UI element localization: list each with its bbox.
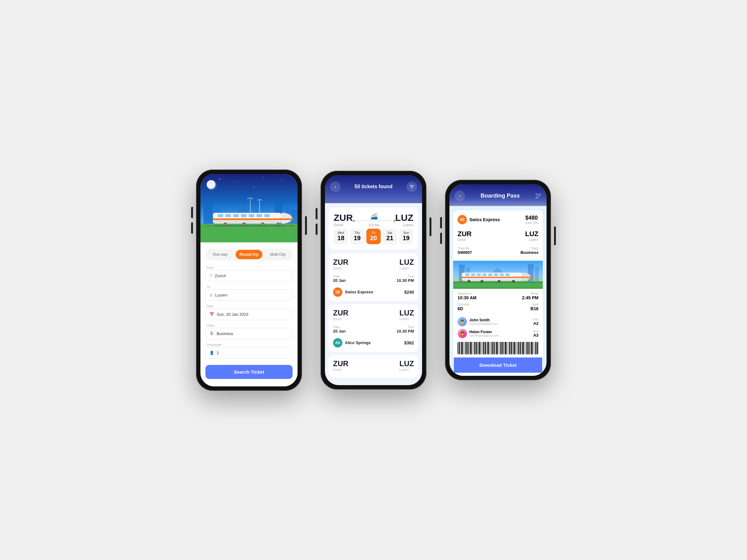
ticket-card-1[interactable]: ZUR Zurich LUZ Luzern Date 20 Jan [329, 254, 418, 301]
phone-2: ‹ 50 tickets found [320, 171, 427, 390]
t1-price: $240 [404, 290, 414, 295]
search-form: One way Round trip Multi City From ▽ Zur… [201, 242, 298, 386]
route-duration: 3-5 hrs [353, 223, 395, 227]
date-field[interactable]: Date 📅 Sun, 20 Jan 2023 [205, 304, 292, 320]
passengers-list: 👨 John Smith smith.john@gmail.com Seat [458, 316, 538, 340]
from-label: From [205, 266, 292, 269]
bird-icon: 🕊 [535, 192, 542, 199]
multi-city-button[interactable]: Multi City [264, 250, 291, 259]
search-results-header: ‹ 50 tickets found [325, 175, 422, 203]
ticket-card-3[interactable]: ZUR Zurich LUZ Luzern [329, 355, 418, 378]
trip-type-selector[interactable]: One way Round trip Multi City [205, 248, 292, 260]
volume-down-button[interactable] [191, 222, 193, 234]
date-tab-sun[interactable]: Sun 19 [399, 229, 413, 244]
back-button-2[interactable]: ‹ [330, 181, 340, 192]
volume-up-button-2[interactable] [316, 208, 317, 219]
train-icon: 🚄 [353, 212, 395, 220]
t3-from-name: Zurich [333, 368, 348, 371]
passenger-field[interactable]: Pessanger 👤 2 [205, 343, 292, 359]
one-way-button[interactable]: One way [207, 250, 234, 259]
power-button-3[interactable] [554, 226, 556, 245]
svg-point-22 [243, 223, 245, 225]
tickets-content: ZUR Zurich 🚄 3-5 hrs [325, 203, 422, 385]
t1-from-code: ZUR [333, 258, 348, 267]
svg-rect-16 [249, 214, 254, 217]
round-trip-button[interactable]: Round trip [236, 250, 263, 259]
gate-value: B16 [531, 306, 538, 311]
search-ticket-button[interactable]: Search Ticket [205, 365, 292, 379]
hero-image: ‹ [201, 174, 298, 242]
passenger-value: 2 [216, 351, 219, 355]
date-tab-wed[interactable]: Wed 18 [334, 229, 348, 244]
svg-rect-34 [535, 267, 539, 282]
departure-label: Departure [458, 292, 476, 295]
terminal-value: 6D [458, 306, 469, 311]
bp-price: $480 [525, 215, 538, 221]
svg-rect-39 [462, 276, 533, 278]
svg-rect-43 [483, 273, 487, 276]
bp-class-value: Business [520, 250, 538, 255]
date-tab-fri[interactable]: Fri 20 [366, 229, 381, 244]
date-selector[interactable]: Wed 18 Thu 19 Fri 20 [334, 229, 413, 244]
t3-to-name: Luzern [399, 368, 414, 371]
to-field[interactable]: To ◎ Luzern [205, 285, 292, 301]
dest-code: LUZ [395, 212, 413, 223]
barcode [458, 342, 538, 354]
seat-value-2: A3 [533, 333, 538, 338]
dest-name: Luzern [395, 223, 413, 227]
download-ticket-button[interactable]: Download Ticket [454, 357, 542, 373]
svg-rect-44 [488, 273, 492, 276]
ticket-card-2[interactable]: ZUR Zurich LUZ Luzern Date 20 Jan [329, 304, 418, 352]
t2-airline: Alice Springs [345, 340, 371, 345]
back-button[interactable]: ‹ [207, 180, 216, 190]
filter-button[interactable] [407, 181, 417, 192]
airline-logo-2: AS [333, 338, 342, 348]
bp-class-label: Class [520, 247, 538, 250]
results-title: 50 tickets found [355, 184, 392, 189]
airline-logo-1: SE [333, 288, 342, 297]
volume-up-button[interactable] [191, 207, 193, 218]
t2-time: 10.30 PM [396, 329, 414, 334]
departure-value: 10:30 AM [458, 295, 476, 300]
class-field[interactable]: Class 🪑 Business [205, 324, 292, 340]
svg-rect-12 [217, 214, 223, 217]
svg-rect-18 [264, 214, 270, 217]
bp-from-name: Zurich [458, 238, 471, 241]
power-button[interactable] [305, 216, 307, 235]
svg-rect-46 [500, 273, 504, 276]
power-button-2[interactable] [430, 217, 431, 236]
bp-to-code: LUZ [525, 230, 538, 238]
svg-rect-41 [471, 273, 475, 276]
seat-icon: 🪑 [209, 331, 214, 336]
svg-point-24 [262, 223, 264, 225]
svg-point-29 [286, 225, 289, 227]
phone-1: ‹ [196, 169, 302, 391]
passenger-avatar-1: 👨 [458, 317, 467, 326]
t2-date: 20 Jan [333, 329, 345, 334]
terminal-label: Terminal [458, 303, 469, 306]
to-value: Luzern [215, 293, 228, 297]
phones-container: ‹ [196, 169, 551, 391]
date-label: Date [205, 304, 292, 308]
svg-rect-15 [241, 214, 247, 217]
back-button-3[interactable]: ‹ [455, 190, 465, 201]
volume-down-button-3[interactable] [440, 233, 442, 244]
class-value: Business [216, 331, 233, 336]
date-tab-sat[interactable]: Sat 21 [383, 229, 397, 244]
boarding-pass-content: SE Swiss Express $480 Each 240 [449, 206, 546, 376]
passenger-row-1: 👨 John Smith smith.john@gmail.com Seat [458, 316, 538, 328]
svg-rect-47 [506, 273, 510, 276]
passenger-name-1: John Smith [469, 318, 498, 322]
class-label: Class [205, 324, 292, 327]
from-field[interactable]: From ▽ Zurich [205, 266, 292, 282]
passenger-row-2: 👩 Helen Foster helenfoster@gmail.com Sea… [458, 328, 538, 340]
date-tab-thu[interactable]: Thu 19 [350, 229, 364, 244]
volume-up-button-3[interactable] [440, 217, 442, 229]
gate-label: Gate [531, 303, 538, 306]
t1-time: 10.30 PM [396, 278, 414, 283]
train-no-label: Train No [458, 247, 472, 250]
passenger-email-1: smith.john@gmail.com [469, 322, 498, 325]
svg-rect-11 [213, 218, 294, 220]
volume-down-button-2[interactable] [316, 224, 317, 235]
svg-rect-14 [233, 214, 239, 217]
